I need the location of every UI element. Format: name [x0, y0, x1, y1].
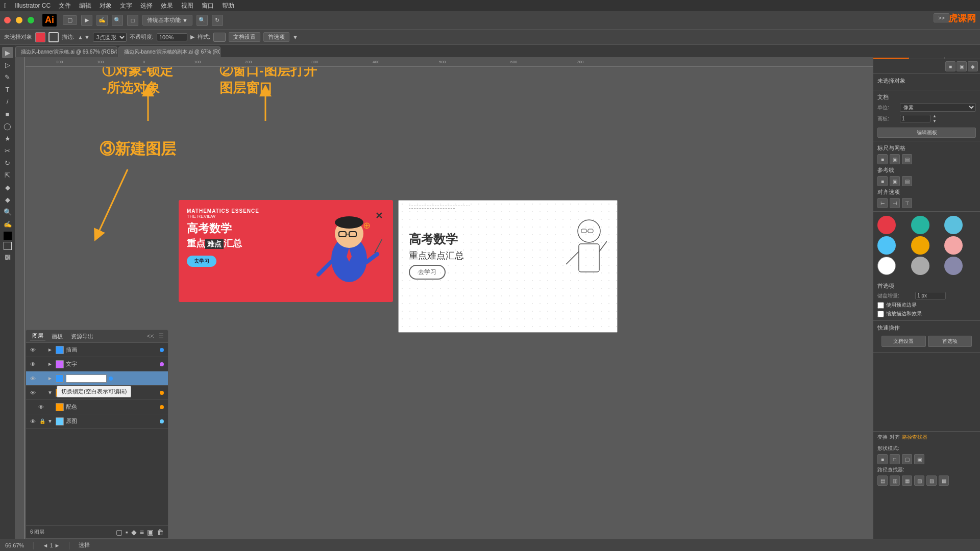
swatch-blue[interactable] — [944, 216, 963, 234]
rect-tool[interactable]: ■ — [2, 108, 13, 119]
fill-swatch[interactable] — [4, 232, 12, 240]
rpanel-icon-2[interactable]: ▣ — [957, 61, 967, 71]
brush-tool[interactable]: ★ — [2, 133, 13, 144]
opacity-arrow[interactable]: ▶ — [190, 34, 194, 40]
align-icon-3[interactable]: ▤ — [902, 154, 912, 164]
expand-btn[interactable]: >> — [934, 13, 949, 22]
swatch-teal[interactable] — [911, 216, 929, 234]
pf-icon-3[interactable]: ▦ — [902, 475, 912, 486]
snap-corners-check[interactable] — [877, 311, 884, 317]
tab-1[interactable]: 插边风-banner演示稿的副本.ai @ 67% (RGB/GPU 预览) ✕ — [118, 46, 220, 57]
menu-illustrator[interactable]: Illustrator CC — [15, 2, 51, 9]
menu-object[interactable]: 对象 — [100, 2, 112, 10]
type-tool[interactable]: T — [2, 84, 13, 95]
zoom-tool[interactable]: 🔍 — [112, 15, 123, 26]
pathfinder-tab[interactable]: 路径查找器 — [902, 434, 927, 441]
new-layer-page-btn[interactable]: ▢ — [116, 528, 122, 536]
opacity-input[interactable] — [157, 33, 187, 41]
layers-action-4[interactable]: ≡ — [140, 528, 144, 536]
artboard-input[interactable] — [900, 115, 930, 122]
layers-collapse-btn[interactable]: << — [147, 333, 154, 340]
stroke-down[interactable]: ▼ — [84, 34, 90, 40]
artboard-up[interactable]: ▲ — [933, 114, 937, 118]
layer-colors-child[interactable]: 👁 配色 — [26, 400, 168, 414]
new-doc-btn[interactable]: ▢ — [63, 15, 77, 25]
shape-mode-4[interactable]: ▣ — [914, 454, 924, 464]
layer-editing[interactable]: 👁 ► — [26, 371, 168, 386]
align-to-icon-3[interactable]: ⊤ — [902, 198, 912, 208]
guide-icon-3[interactable]: ▤ — [902, 176, 912, 186]
swatch-purple[interactable] — [944, 257, 963, 275]
menu-text[interactable]: 文字 — [120, 2, 132, 10]
shape-mode-2[interactable]: □ — [890, 454, 900, 464]
swatch-red[interactable] — [877, 216, 896, 234]
move-selection-btn[interactable]: ▪ — [126, 528, 128, 536]
layer-expand-3[interactable]: ▼ — [47, 390, 54, 395]
menu-effect[interactable]: 效果 — [161, 2, 173, 10]
layer-expand-5[interactable]: ▼ — [47, 418, 54, 424]
align-to-icon-2[interactable]: ⊣ — [890, 198, 900, 208]
layer-eye-2[interactable]: 👁 — [30, 375, 37, 382]
doc-settings-btn[interactable]: 文档设置 — [229, 32, 260, 42]
unit-select[interactable]: 像素 — [900, 103, 976, 112]
swatch-cyan[interactable] — [877, 236, 896, 255]
hand-tool-left[interactable]: ✍ — [2, 218, 13, 230]
layer-lock-icon-5[interactable]: 🔒 — [39, 418, 45, 424]
stroke-color[interactable] — [48, 32, 59, 42]
maximize-btn[interactable] — [28, 17, 34, 23]
menu-select[interactable]: 选择 — [140, 2, 153, 10]
rpanel-icon-1[interactable]: ■ — [945, 61, 955, 71]
swatch-orange[interactable] — [911, 236, 929, 255]
menu-window[interactable]: 窗口 — [202, 2, 214, 10]
guide-icon-1[interactable]: ■ — [877, 176, 888, 186]
layer-original[interactable]: 👁 🔒 ▼ 原图 — [26, 414, 168, 429]
layer-expand-2[interactable]: ► — [47, 375, 54, 381]
stroke-swatch[interactable] — [4, 242, 12, 250]
keyboard-input[interactable] — [915, 292, 946, 299]
scale-tool[interactable]: ⇱ — [2, 169, 13, 181]
next-page-btn[interactable]: ► — [55, 542, 60, 548]
shape-mode-1[interactable]: ■ — [877, 454, 888, 464]
layer-illustration[interactable]: 👁 ► 插画 — [26, 343, 168, 357]
view-toggle[interactable]: □ — [127, 15, 138, 26]
pf-icon-6[interactable]: ▩ — [939, 475, 949, 486]
sync-btn[interactable]: ↻ — [212, 15, 223, 26]
style-swatch[interactable] — [213, 33, 226, 42]
transform-tab[interactable]: 变换 — [877, 434, 888, 441]
new-layer-btn[interactable]: ▣ — [147, 528, 154, 536]
layer-eye-0[interactable]: 👁 — [30, 347, 37, 353]
pen-tool[interactable]: ✎ — [2, 71, 13, 83]
artboard-down[interactable]: ▼ — [933, 119, 937, 123]
direct-select-tool[interactable]: ▷ — [2, 59, 13, 70]
edit-artboard-btn[interactable]: 编辑画板 — [877, 128, 976, 138]
tab-0[interactable]: 插边风-banner演示稿.ai @ 66.67% (RGB/GPU 预览) ✕ — [15, 46, 117, 57]
menu-edit[interactable]: 编辑 — [79, 2, 91, 10]
arrow-tool[interactable]: ▶ — [81, 15, 92, 26]
graph-tool[interactable]: ▩ — [2, 251, 13, 262]
menu-file[interactable]: 文件 — [59, 2, 71, 10]
layer-expand-0[interactable]: ► — [47, 347, 54, 353]
align-icon-1[interactable]: ■ — [877, 154, 888, 164]
pf-icon-1[interactable]: ▤ — [877, 475, 888, 486]
scissors-tool[interactable]: ✂ — [2, 145, 13, 156]
layer-eye-5[interactable]: 👁 — [30, 418, 37, 424]
align-to-icon-1[interactable]: ⊢ — [877, 198, 888, 208]
rotate-tool[interactable]: ↻ — [2, 157, 13, 168]
guide-icon-2[interactable]: ▣ — [890, 176, 900, 186]
shape-mode-3[interactable]: ▢ — [902, 454, 912, 464]
layers-tab-layers[interactable]: 图层 — [30, 332, 45, 340]
quick-doc-settings[interactable]: 文档设置 — [881, 336, 926, 347]
quick-preferences[interactable]: 首选项 — [928, 336, 972, 347]
pf-icon-4[interactable]: ▧ — [914, 475, 924, 486]
layer-text[interactable]: 👁 ► 文字 — [26, 357, 168, 371]
layer-eye-1[interactable]: 👁 — [30, 361, 37, 367]
delete-layer-btn[interactable]: 🗑 — [157, 528, 164, 536]
layer-eye-4[interactable]: 👁 — [38, 404, 45, 410]
swatch-white[interactable] — [877, 257, 896, 275]
align-icon-2[interactable]: ▣ — [890, 154, 900, 164]
layers-menu-btn[interactable]: ☰ — [158, 333, 164, 340]
layer-eye-3[interactable]: 👁 — [30, 390, 37, 396]
pf-icon-5[interactable]: ▨ — [926, 475, 937, 486]
swatch-pink[interactable] — [944, 236, 963, 255]
toolbar2-extra[interactable]: ▼ — [292, 34, 298, 40]
